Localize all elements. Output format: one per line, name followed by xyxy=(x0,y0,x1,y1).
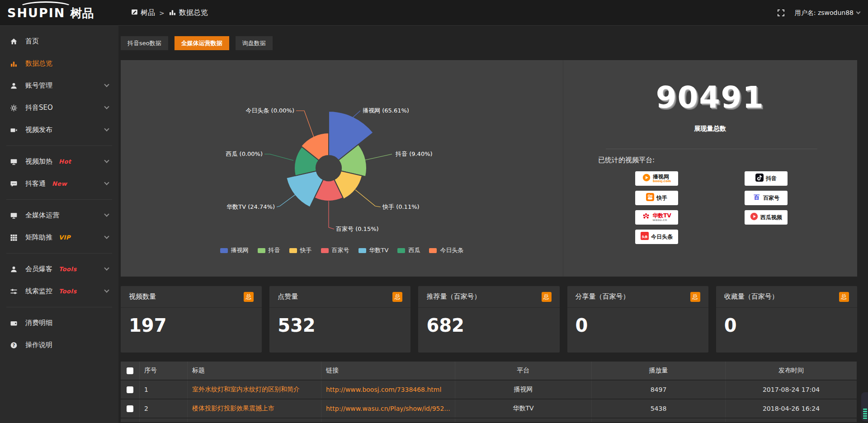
table-header-checkbox-cell xyxy=(121,362,139,380)
kuaishou-logo-icon xyxy=(646,193,654,203)
legend-item-百家号[interactable]: 百家号 xyxy=(321,246,349,254)
row-index: 1 xyxy=(144,386,148,393)
person-icon xyxy=(10,82,19,89)
xigua-logo-icon xyxy=(750,212,758,222)
breadcrumb-current[interactable]: 数据总览 xyxy=(169,8,208,18)
platform-name: 今日头条 xyxy=(651,234,673,240)
chevron-down-icon xyxy=(104,265,109,270)
platform-share-pie-chart: 播视网 (65.61%)抖音 (9.40%)快手 (0.11%)百家号 (0.1… xyxy=(121,60,563,277)
logo-arc-decoration xyxy=(19,1,72,13)
user-menu[interactable]: 用户名: zswodun88 xyxy=(795,9,860,17)
pie-label: 快手 (0.11%) xyxy=(382,203,420,210)
legend-swatch xyxy=(429,248,437,253)
sidebar-item-首页[interactable]: 首页 xyxy=(0,30,118,52)
stat-card-value: 682 xyxy=(418,308,559,336)
sidebar-item-会员爆客[interactable]: 会员爆客Tools xyxy=(0,258,118,280)
platform-name: 百家号 xyxy=(763,195,779,201)
stat-card-value: 532 xyxy=(269,308,410,336)
row-platform-cell: 播视网 xyxy=(455,381,591,399)
app-logo: SHUPIN 树品 xyxy=(7,5,94,21)
legend-swatch xyxy=(321,248,329,253)
chevron-down-icon xyxy=(104,234,109,239)
legend-swatch xyxy=(397,248,405,253)
sidebar-item-矩阵助推[interactable]: 矩阵助推VIP xyxy=(0,226,118,249)
chat-bubble-icon xyxy=(10,180,19,188)
person-icon xyxy=(10,265,19,273)
pie-leader-line xyxy=(352,111,360,118)
row-title-cell: 楼体投影灯投影效果震撼上市 xyxy=(187,400,321,418)
row-index-cell: 2 xyxy=(139,400,187,418)
column-header-label: 平台 xyxy=(517,367,530,375)
video-title-link[interactable]: 室外水纹灯和室内水纹灯的区别和简介 xyxy=(192,385,300,394)
table-header-序号: 序号 xyxy=(139,362,187,380)
sidebar-item-数据总览[interactable]: 数据总览 xyxy=(0,52,118,75)
platform-name: 播视网 xyxy=(653,174,671,179)
select-all-checkbox[interactable] xyxy=(127,367,133,374)
bar-chart-icon xyxy=(169,9,176,18)
videos-table: 序号标题链接平台播放量发布时间1室外水纹灯和室内水纹灯的区别和简介http://… xyxy=(121,362,857,422)
legend-item-华数TV[interactable]: 华数TV xyxy=(359,246,389,254)
breadcrumb-separator: > xyxy=(159,9,165,17)
platform-name: 华数TV xyxy=(652,213,671,218)
sidebar-item-badge: Tools xyxy=(59,266,77,273)
pie-label: 百家号 (0.15%) xyxy=(336,226,379,232)
legend-item-快手[interactable]: 快手 xyxy=(289,246,312,254)
fullscreen-icon[interactable] xyxy=(777,9,785,17)
pie-leader-line xyxy=(296,111,314,137)
sidebar-item-账号管理[interactable]: 账号管理 xyxy=(0,75,118,97)
video-url-link[interactable]: http://www.wasu.cn/Play/show/id/952... xyxy=(326,405,450,412)
widget-stripe xyxy=(863,409,867,410)
platform-value: 华数TV xyxy=(513,404,533,413)
sidebar-item-全媒体运营[interactable]: 全媒体运营 xyxy=(0,204,118,226)
row-checkbox[interactable] xyxy=(127,386,133,393)
sidebar-divider xyxy=(6,199,112,200)
sidebar-item-抖客通[interactable]: 抖客通New xyxy=(0,173,118,195)
legend-item-抖音[interactable]: 抖音 xyxy=(258,246,280,254)
sidebar-item-线索监控[interactable]: 线索监控Tools xyxy=(0,280,118,302)
scroll-widget[interactable] xyxy=(861,392,868,421)
edit-doc-icon xyxy=(131,9,138,17)
chevron-down-icon xyxy=(104,212,109,216)
total-badge: 总 xyxy=(244,292,254,302)
platform-badges: 播视网boosj.com快手华数TVwasu.cn头条今日头条抖音百百家号西瓜视… xyxy=(635,171,788,244)
partial-cell xyxy=(591,418,725,422)
pie-label: 播视网 (65.61%) xyxy=(363,107,409,114)
svg-text:头条: 头条 xyxy=(642,235,648,239)
pie-label: 今日头条 (0.00%) xyxy=(245,107,294,114)
sidebar-item-抖音SEO[interactable]: 抖音SEO xyxy=(0,97,118,119)
stat-card-header: 分享量（百家号）总 xyxy=(567,286,708,308)
sidebar: 首页数据总览账号管理抖音SEO视频发布视频加热Hot抖客通New全媒体运营矩阵助… xyxy=(0,26,118,423)
breadcrumb-root[interactable]: 树品 xyxy=(131,8,155,18)
sidebar-item-消费明细[interactable]: 消费明细 xyxy=(0,312,118,334)
video-title-link[interactable]: 楼体投影灯投影效果震撼上市 xyxy=(192,404,274,413)
platform-badge-今日头条: 头条今日头条 xyxy=(635,230,678,244)
total-badge: 总 xyxy=(690,292,700,302)
platform-name: 西瓜视频 xyxy=(760,215,782,220)
sidebar-item-视频发布[interactable]: 视频发布 xyxy=(0,119,118,141)
tab-全媒体运营数据[interactable]: 全媒体运营数据 xyxy=(175,36,229,50)
tab-抖音seo数据[interactable]: 抖音seo数据 xyxy=(121,36,168,50)
widget-stripe xyxy=(863,415,867,417)
legend-item-今日头条[interactable]: 今日头条 xyxy=(429,246,463,254)
column-header-label: 链接 xyxy=(326,367,339,375)
legend-item-播视网[interactable]: 播视网 xyxy=(220,246,249,254)
tab-询盘数据[interactable]: 询盘数据 xyxy=(236,36,273,50)
platform-name: 快手 xyxy=(656,195,667,201)
sidebar-item-label: 数据总览 xyxy=(25,59,52,68)
table-header-row: 序号标题链接平台播放量发布时间 xyxy=(121,362,857,381)
legend-item-西瓜[interactable]: 西瓜 xyxy=(397,246,420,254)
stat-card-视频数量: 视频数量总197 xyxy=(121,286,262,352)
chevron-down-icon xyxy=(104,126,109,131)
chevron-down-icon xyxy=(104,104,109,109)
sidebar-item-操作说明[interactable]: ?操作说明 xyxy=(0,334,118,356)
row-checkbox-cell xyxy=(121,400,139,418)
stat-card-value: 197 xyxy=(121,308,262,336)
row-checkbox[interactable] xyxy=(127,405,133,412)
pie-slice-华数TV[interactable] xyxy=(286,171,323,207)
toutiao-logo-icon: 头条 xyxy=(641,232,649,242)
row-time-cell: 2017-08-24 17:04 xyxy=(725,381,857,399)
legend-label: 华数TV xyxy=(369,246,389,254)
bar-chart-icon xyxy=(10,60,19,67)
video-url-link[interactable]: http://www.boosj.com/7338468.html xyxy=(326,386,441,393)
sidebar-item-视频加热[interactable]: 视频加热Hot xyxy=(0,150,118,173)
